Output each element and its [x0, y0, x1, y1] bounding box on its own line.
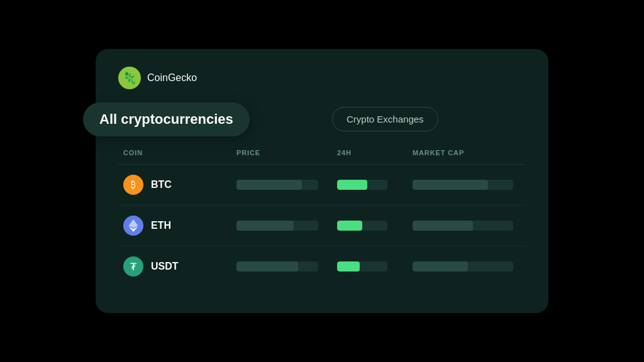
btc-symbol: BTC [151, 179, 172, 190]
eth-symbol: ETH [151, 220, 171, 231]
usdt-price-fill [236, 261, 298, 272]
table-header: COIN PRICE 24H MARKET CAP [118, 149, 526, 165]
eth-mcap-fill [413, 221, 473, 231]
coin-cell-usdt: ₮ USDT [123, 256, 236, 277]
table-row-usdt[interactable]: ₮ USDT [118, 246, 526, 287]
scene: 🦎 CoinGecko All cryptocurrencies Crypto … [64, 36, 580, 326]
usdt-mcap-fill [413, 261, 468, 272]
main-card: 🦎 CoinGecko All cryptocurrencies Crypto … [96, 49, 548, 313]
eth-mcap-bar [413, 221, 513, 231]
usdt-24h-bar [337, 261, 387, 272]
btc-logo: ₿ [123, 175, 143, 195]
eth-24h-fill [337, 221, 362, 231]
usdt-symbol: USDT [151, 261, 179, 272]
header: 🦎 CoinGecko [118, 67, 526, 89]
tab-all-cryptocurrencies[interactable]: All cryptocurrencies [83, 102, 250, 136]
tab-crypto-exchanges[interactable]: Crypto Exchanges [332, 107, 438, 131]
table-row-btc[interactable]: ₿ BTC [118, 165, 526, 206]
eth-price-fill [236, 221, 294, 231]
btc-price-bar [236, 180, 318, 190]
coin-cell-btc: ₿ BTC [123, 175, 236, 195]
btc-24h-bar [337, 180, 387, 190]
logo-icon: 🦎 [118, 67, 141, 89]
eth-price-bar [236, 221, 318, 231]
btc-price-fill [236, 180, 302, 190]
eth-24h-bar [337, 221, 387, 231]
btc-mcap-bar [413, 180, 513, 190]
col-mcap-header: MARKET CAP [413, 149, 521, 156]
crypto-table: COIN PRICE 24H MARKET CAP ₿ BTC [118, 149, 526, 287]
tab-row: All cryptocurrencies Crypto Exchanges [118, 107, 526, 131]
btc-24h-fill [337, 180, 367, 190]
col-coin-header: COIN [123, 149, 236, 156]
logo-text: CoinGecko [147, 72, 197, 84]
col-price-header: PRICE [236, 149, 337, 156]
usdt-mcap-bar [413, 261, 513, 272]
usdt-logo: ₮ [123, 256, 143, 277]
btc-mcap-fill [413, 180, 488, 190]
col-24h-header: 24H [337, 149, 413, 156]
table-row-eth[interactable]: ETH [118, 206, 526, 246]
usdt-price-bar [236, 261, 318, 272]
coin-cell-eth: ETH [123, 216, 236, 236]
eth-logo [123, 216, 143, 236]
usdt-24h-fill [337, 261, 360, 272]
